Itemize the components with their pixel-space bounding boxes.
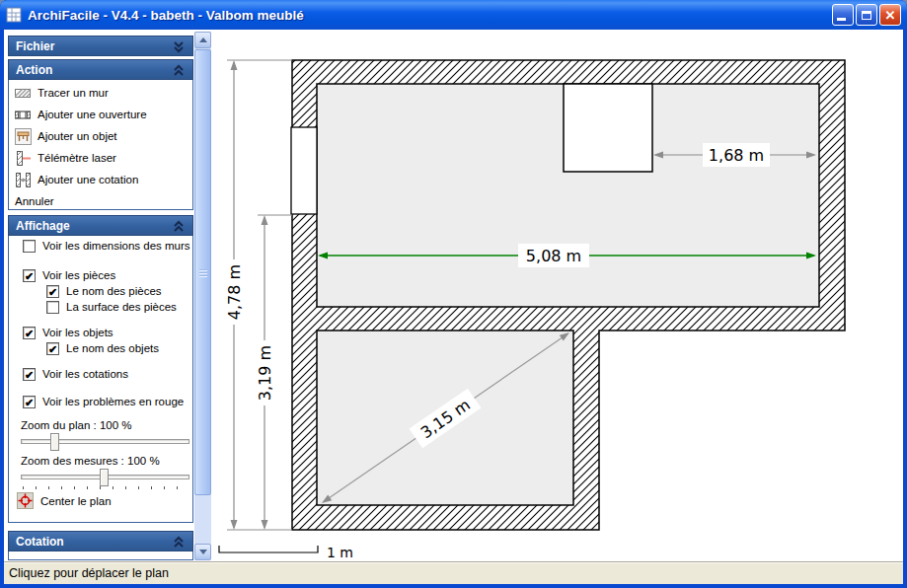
checkbox-voir-pieces[interactable]: ✔ (23, 269, 36, 282)
panel-body-affichage: Voir les dimensions des murs ✔ Voir les … (8, 236, 193, 523)
action-item-ajouter-une-ouverture[interactable]: Ajouter une ouverture (9, 104, 192, 125)
dimension-arrow-icon (15, 172, 32, 188)
slider-ticks (23, 486, 189, 489)
center-plan-button[interactable]: Center le plan (17, 492, 112, 509)
checkbox-row-voir-objets: ✔ Voir les objets (23, 325, 113, 340)
panel-header-cotation[interactable]: Cotation (8, 531, 193, 551)
sidebar-scrollbar[interactable] (194, 32, 211, 560)
panel-header-fichier[interactable]: Fichier (8, 36, 193, 56)
panel-header-action[interactable]: Action (8, 59, 193, 80)
checkbox-label: Voir les cotations (42, 368, 128, 380)
arrow-down-icon (199, 550, 207, 554)
maximize-button[interactable] (856, 4, 877, 26)
zoom-plan-slider[interactable] (21, 439, 189, 444)
chevron-double-up-icon[interactable] (172, 219, 186, 233)
checkbox-row-nom-pieces: ✔ Le nom des pièces (46, 283, 162, 299)
arrow-up-icon (199, 37, 207, 42)
status-bar: Cliquez pour déplacer le plan (4, 561, 903, 584)
action-item-label: Annuler (15, 195, 54, 207)
center-plan-label: Center le plan (40, 495, 112, 507)
checkbox-label: Voir les objets (42, 327, 113, 338)
checkbox-row-dimensions-murs: Voir les dimensions des murs (23, 238, 190, 254)
scroll-up-button[interactable] (194, 32, 211, 48)
panel-body-cotation (8, 551, 193, 560)
minimize-icon (837, 18, 846, 21)
checkbox-row-voir-cotations: ✔ Voir les cotations (23, 366, 128, 382)
checkbox-voir-objets[interactable]: ✔ (23, 327, 36, 339)
dimension-label: 1,68 m (709, 146, 764, 165)
maximize-icon (862, 11, 871, 20)
panel-body-action: Tracer un mur Ajouter une ouverture Ajou… (8, 80, 193, 210)
action-item-annuler[interactable]: Annuler (9, 190, 192, 212)
chevron-double-up-icon[interactable] (172, 535, 186, 549)
action-item-ajouter-un-objet[interactable]: Ajouter un objet (9, 125, 192, 147)
window-title: ArchiFacile - V4.4 - babeth - Valbom meu… (28, 8, 830, 23)
scrollbar-grip (199, 269, 207, 277)
crosshair-target-icon (17, 492, 34, 509)
checkbox-voir-cotations[interactable]: ✔ (23, 368, 36, 381)
app-window: ArchiFacile - V4.4 - babeth - Valbom meu… (0, 0, 907, 588)
action-item-tracer-un-mur[interactable]: Tracer un mur (9, 82, 192, 104)
dimension-lower-height: 3,19 m (254, 215, 275, 530)
wall-opening[interactable] (291, 127, 317, 214)
chevron-double-down-icon[interactable] (172, 39, 186, 53)
furniture-icon (15, 128, 32, 145)
checkbox-label: Le nom des pièces (66, 285, 162, 297)
wall-opening-icon (15, 107, 32, 123)
floor-plan-svg: 4,78 m 3,19 m (211, 30, 903, 561)
scale-bar: 1 m (219, 545, 353, 560)
minimize-button[interactable] (832, 4, 854, 26)
checkbox-voir-dimensions-murs[interactable] (23, 240, 36, 253)
wall-hatch-icon (15, 85, 32, 102)
dimension-label: 4,78 m (225, 264, 244, 320)
dimension-label: 5,08 m (526, 247, 581, 265)
checkbox-row-surface-pieces: La surface des pièces (46, 299, 177, 315)
checkbox-nom-objets[interactable]: ✔ (46, 342, 59, 355)
panel-title: Fichier (16, 39, 54, 53)
checkbox-label: Voir les problèmes en rouge (42, 396, 184, 407)
zoom-mesures-slider-thumb[interactable] (100, 469, 109, 486)
title-bar[interactable]: ArchiFacile - V4.4 - babeth - Valbom meu… (0, 0, 907, 30)
zoom-plan-slider-thumb[interactable] (50, 433, 59, 451)
app-icon (6, 7, 22, 23)
zoom-mesures-label: Zoom des mesures : 100 % (21, 455, 160, 467)
checkbox-label: Voir les pièces (42, 269, 115, 281)
action-item-label: Tracer un mur (38, 87, 109, 99)
close-icon: ✕ (885, 9, 896, 22)
plan-object[interactable] (564, 84, 652, 172)
panel-title: Affichage (16, 219, 70, 233)
action-item-label: Télémètre laser (38, 152, 116, 164)
checkbox-row-voir-pieces: ✔ Voir les pièces (23, 267, 115, 283)
action-item-ajouter-une-cotation[interactable]: Ajouter une cotation (9, 169, 192, 190)
close-button[interactable]: ✕ (879, 4, 901, 26)
checkbox-row-problemes-rouge: ✔ Voir les problèmes en rouge (23, 394, 184, 409)
action-item-label: Ajouter une cotation (38, 174, 138, 185)
checkbox-label: Le nom des objets (66, 342, 159, 354)
panel-title: Action (16, 63, 52, 77)
zoom-mesures-slider[interactable] (21, 475, 189, 479)
scrollbar-thumb[interactable] (194, 49, 211, 495)
action-item-telemetre-laser[interactable]: Télémètre laser (9, 147, 192, 169)
checkbox-label: La surface des pièces (66, 301, 177, 313)
action-item-label: Ajouter une ouverture (38, 109, 147, 120)
scale-label: 1 m (327, 545, 353, 560)
panel-title: Cotation (16, 535, 64, 549)
action-item-label: Ajouter un objet (38, 130, 117, 142)
dimension-label: 3,19 m (256, 345, 274, 401)
checkbox-problemes-rouge[interactable]: ✔ (23, 396, 36, 408)
checkbox-row-nom-objets: ✔ Le nom des objets (46, 340, 159, 356)
checkbox-nom-pieces[interactable]: ✔ (46, 285, 59, 298)
laser-meter-icon (15, 150, 32, 167)
scroll-down-button[interactable] (194, 544, 211, 560)
chevron-double-up-icon[interactable] (172, 63, 186, 77)
zoom-plan-label: Zoom du plan : 100 % (21, 419, 132, 431)
plan-canvas[interactable]: 4,78 m 3,19 m (211, 30, 903, 561)
checkbox-label: Voir les dimensions des murs (42, 240, 190, 252)
status-text: Cliquez pour déplacer le plan (9, 566, 169, 580)
panel-header-affichage[interactable]: Affichage (8, 215, 193, 236)
window-content: Fichier Action Tracer un mur Ajouter une… (4, 30, 903, 561)
checkbox-surface-pieces[interactable] (46, 301, 59, 314)
dimension-total-height: 4,78 m (223, 60, 245, 530)
